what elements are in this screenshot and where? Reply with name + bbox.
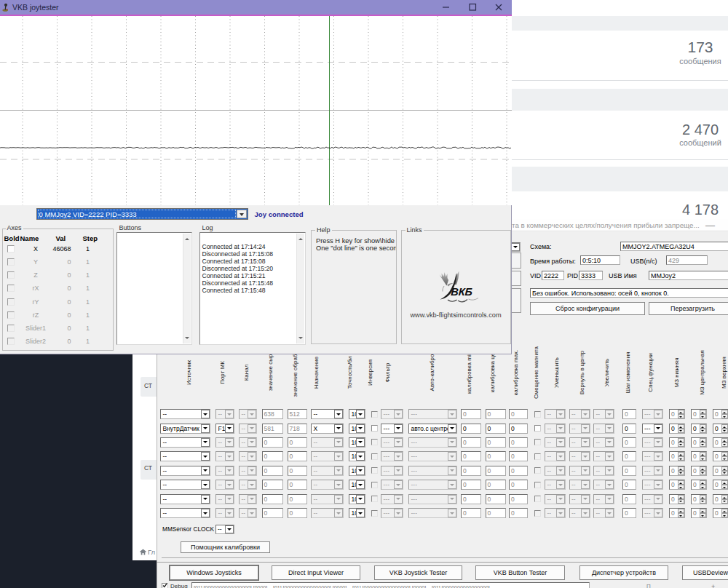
svg-text:ВКБ: ВКБ: [450, 287, 472, 298]
